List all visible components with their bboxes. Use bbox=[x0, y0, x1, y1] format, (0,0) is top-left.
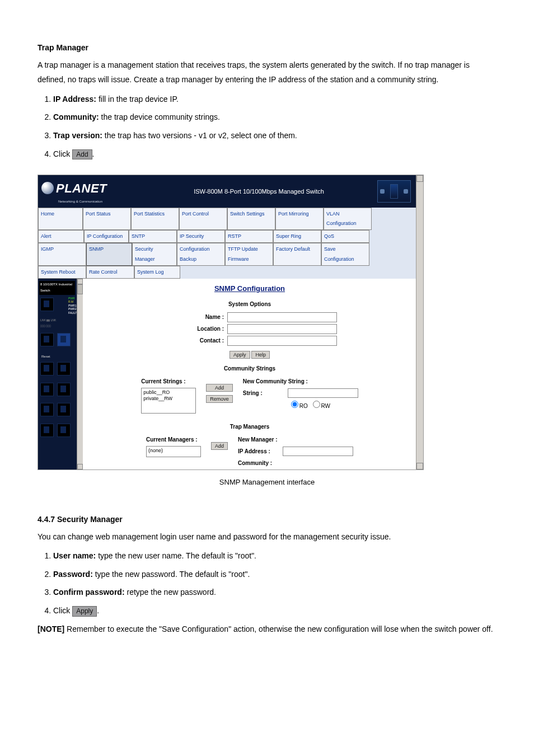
help-button[interactable]: Help bbox=[251, 351, 270, 359]
snmp-interface-figure: PLANET Networking & Communication ISW-80… bbox=[38, 175, 424, 470]
click-prefix: Click bbox=[53, 149, 72, 158]
outer-scrollbar[interactable] bbox=[416, 175, 423, 469]
community-string-input[interactable] bbox=[288, 388, 358, 398]
nav-tab-ip-security[interactable]: IP Security bbox=[177, 230, 225, 243]
trap-add-button[interactable]: Add bbox=[211, 442, 228, 450]
step-3: Trap version: the trap has two versions … bbox=[53, 128, 496, 143]
step-4: Click Add. bbox=[53, 147, 496, 162]
figure-header: PLANET Networking & Communication ISW-80… bbox=[38, 175, 416, 208]
nav-tab-switch-settings[interactable]: Switch Settings bbox=[227, 208, 275, 230]
port-icon bbox=[40, 383, 54, 396]
port-icon bbox=[40, 403, 54, 416]
note-label: [NOTE] bbox=[38, 624, 64, 633]
list-item[interactable]: private__RW bbox=[143, 396, 194, 402]
nav-tab-port-mirroring[interactable]: Port Mirroring bbox=[275, 208, 324, 230]
nav-tabs: HomePort StatusPort StatisticsPort Contr… bbox=[38, 208, 416, 279]
step-2: Password: type the new password. The def… bbox=[53, 567, 496, 582]
list-item[interactable]: public__RO bbox=[143, 389, 194, 396]
scroll-down-icon[interactable] bbox=[416, 463, 423, 469]
nav-tab-super-ring[interactable]: Super Ring bbox=[273, 230, 321, 243]
step-text: fill in the trap device IP. bbox=[96, 95, 179, 104]
add-button-inline: Add bbox=[72, 149, 92, 159]
rw-label: RW bbox=[321, 403, 330, 409]
apply-button-inline: Apply bbox=[72, 606, 97, 616]
nav-tab-ip-configuration[interactable]: IP Configuration bbox=[84, 230, 129, 243]
nav-tab-vlan-configuration[interactable]: VLAN Configuration bbox=[324, 208, 372, 230]
step-text: the trap device community strings. bbox=[99, 112, 220, 121]
step-label: Password: bbox=[53, 570, 93, 579]
new-manager-label: New Manager : bbox=[238, 434, 353, 445]
note-text: Remember to execute the "Save Configurat… bbox=[64, 624, 493, 633]
current-strings-list[interactable]: public__RO private__RW bbox=[141, 388, 196, 414]
nav-tab-rstp[interactable]: RSTP bbox=[225, 230, 273, 243]
nav-tab-tftp-update-firmware[interactable]: TFTP Update Firmware bbox=[225, 243, 273, 265]
name-input[interactable] bbox=[227, 312, 337, 322]
note-paragraph: [NOTE] Remember to execute the "Save Con… bbox=[38, 622, 496, 637]
ro-label: RO bbox=[299, 403, 308, 409]
click-suffix: . bbox=[92, 149, 95, 158]
scroll-up-icon[interactable] bbox=[77, 279, 83, 284]
trap-managers-title: Trap Managers bbox=[88, 421, 411, 432]
trap-community-label: Community : bbox=[238, 458, 283, 468]
rw-radio[interactable] bbox=[313, 401, 320, 408]
step-label: Confirm password: bbox=[53, 588, 125, 597]
nav-tab-system-log[interactable]: System Log bbox=[134, 266, 180, 279]
current-managers-label: Current Managers : bbox=[146, 434, 201, 445]
sidebar-scrollbar[interactable] bbox=[77, 279, 83, 470]
nav-tab-igmp[interactable]: IGMP bbox=[38, 243, 86, 265]
section-trap-manager: Trap Manager A trap manager is a managem… bbox=[38, 40, 496, 161]
apply-button[interactable]: Apply bbox=[229, 351, 250, 359]
nav-tab-port-status[interactable]: Port Status bbox=[83, 208, 131, 230]
step-label: Community: bbox=[53, 112, 99, 121]
nav-tab-configuration-backup[interactable]: Configuration Backup bbox=[177, 243, 225, 265]
community-strings-title: Community Strings bbox=[88, 363, 411, 374]
steps-list: IP Address: fill in the trap device IP. … bbox=[38, 92, 496, 161]
scroll-up-icon[interactable] bbox=[416, 175, 423, 182]
section-title: Trap Manager bbox=[38, 40, 496, 55]
step-1: IP Address: fill in the trap device IP. bbox=[53, 92, 496, 107]
step-label: Trap version: bbox=[53, 131, 102, 140]
port-icon bbox=[57, 383, 71, 396]
step-text: type the new password. The default is "r… bbox=[93, 570, 250, 579]
nav-tab-factory-default[interactable]: Factory Default bbox=[273, 243, 321, 265]
nav-tab-rate-control[interactable]: Rate Control bbox=[86, 266, 134, 279]
location-input[interactable] bbox=[227, 324, 337, 334]
port-block-icon bbox=[40, 298, 54, 311]
port-icon bbox=[57, 362, 71, 375]
header-title: ISW-800M 8-Port 10/100Mbps Managed Switc… bbox=[194, 186, 324, 198]
current-managers-list[interactable]: (none) bbox=[146, 446, 201, 457]
brand-text: PLANET bbox=[56, 177, 107, 200]
steps-list: User name: type the new user name. The d… bbox=[38, 548, 496, 618]
community-add-button[interactable]: Add bbox=[206, 384, 233, 392]
step-label: IP Address: bbox=[53, 95, 96, 104]
device-sidebar: 8 10/100TX Industrial Switch PWR R.M PWR… bbox=[38, 279, 83, 470]
planet-logo: PLANET Networking & Communication bbox=[41, 177, 107, 206]
nav-tab-system-reboot[interactable]: System Reboot bbox=[38, 266, 86, 279]
nav-tab-save-configuration[interactable]: Save Configuration bbox=[321, 243, 369, 265]
ro-radio[interactable] bbox=[291, 401, 298, 408]
nav-tab-home[interactable]: Home bbox=[38, 208, 83, 230]
community-remove-button[interactable]: Remove bbox=[206, 395, 233, 403]
step-text: retype the new password. bbox=[125, 588, 216, 597]
trap-ip-input[interactable] bbox=[283, 447, 353, 456]
port-icon bbox=[40, 333, 54, 346]
nav-tab-security-manager[interactable]: Security Manager bbox=[132, 243, 177, 265]
nav-tab-port-control[interactable]: Port Control bbox=[179, 208, 227, 230]
list-item[interactable]: (none) bbox=[148, 448, 199, 454]
new-community-label: New Community String : bbox=[243, 376, 358, 387]
step-4: Click Apply. bbox=[53, 603, 496, 618]
string-label: String : bbox=[243, 388, 288, 398]
brand-sub: Networking & Communication bbox=[58, 199, 107, 205]
nav-tab-alert[interactable]: Alert bbox=[38, 230, 84, 243]
scroll-down-icon[interactable] bbox=[77, 464, 83, 469]
main-panel: SNMP Configuration System Options Name :… bbox=[83, 279, 416, 470]
port-icon bbox=[57, 424, 71, 437]
nav-tab-qos[interactable]: QoS bbox=[321, 230, 369, 243]
nav-tab-snmp[interactable]: SNMP bbox=[86, 243, 132, 265]
port-icon bbox=[57, 403, 71, 416]
nav-tab-sntp[interactable]: SNTP bbox=[129, 230, 177, 243]
scroll-thumb[interactable] bbox=[77, 284, 83, 294]
link-bars: LNK ▮▮ LNK▯▯▯ ▯▯▯ bbox=[40, 318, 81, 328]
nav-tab-port-statistics[interactable]: Port Statistics bbox=[131, 208, 179, 230]
contact-input[interactable] bbox=[227, 336, 337, 346]
